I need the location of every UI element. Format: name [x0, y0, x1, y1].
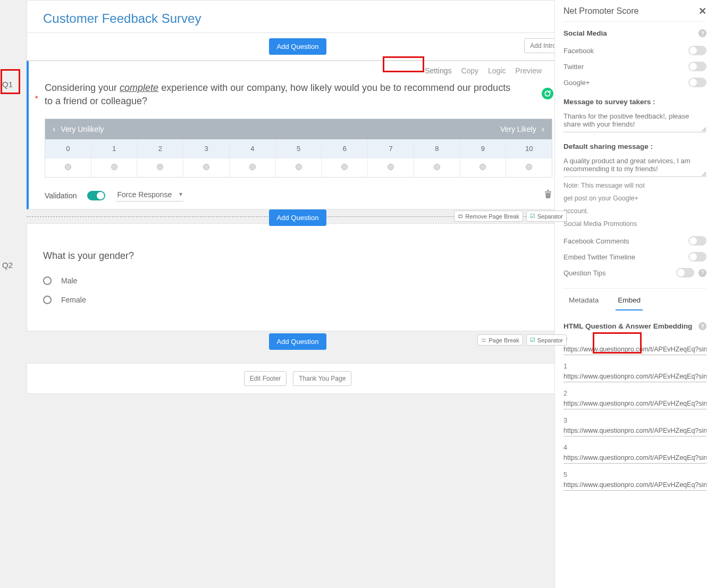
embed-label-1: 1	[563, 363, 706, 370]
msg-takers-input[interactable]	[563, 111, 706, 132]
remove-page-break-label: Remove Page Break	[465, 213, 519, 220]
q1-text-em: complete	[120, 82, 158, 93]
remove-page-break-button[interactable]: Remove Page Break	[454, 211, 523, 222]
gender-option-label: Male	[61, 276, 77, 285]
social-twitter-toggle[interactable]	[688, 62, 706, 71]
default-msg-heading: Default sharing message :	[563, 142, 653, 150]
question-tips-toggle[interactable]	[676, 268, 694, 278]
settings-panel: Net Promoter Score ✕ Social Media ? Face…	[554, 0, 715, 588]
embed-label-4: 4	[563, 444, 706, 451]
separator-toggle[interactable]: ☑ Separator	[526, 211, 567, 222]
embed-label-3: 3	[563, 417, 706, 424]
radio-icon	[43, 296, 52, 304]
nps-number-3: 3	[183, 139, 230, 158]
nps-number-7: 7	[368, 139, 414, 158]
validation-label: Validation	[45, 191, 77, 200]
nps-number-10: 10	[506, 139, 552, 158]
fb-comments-toggle[interactable]	[688, 236, 706, 246]
grammarly-icon[interactable]	[542, 88, 553, 99]
question-text[interactable]: Considering your complete experience wit…	[45, 81, 552, 108]
thank-you-page-button[interactable]: Thank You Page	[293, 371, 351, 386]
help-icon-3[interactable]: ?	[699, 322, 706, 330]
survey-title[interactable]: Customer Feedback Survey	[27, 0, 569, 33]
embed-url-2[interactable]	[563, 398, 706, 409]
copy-link[interactable]: Copy	[461, 66, 478, 75]
nps-radio-2[interactable]	[137, 158, 183, 177]
social-facebook-toggle[interactable]	[688, 46, 706, 55]
nps-number-5: 5	[276, 139, 322, 158]
radio-icon	[43, 276, 52, 285]
tab-metadata[interactable]: Metadata	[567, 292, 601, 310]
validation-toggle[interactable]	[87, 191, 105, 200]
edit-footer-button[interactable]: Edit Footer	[244, 371, 287, 386]
embed-label-0: 0	[563, 335, 706, 343]
footer-bar: Edit Footer Thank You Page	[27, 363, 569, 394]
main-area: Q1 Q2 Customer Feedback Survey Add Quest…	[0, 0, 569, 588]
nps-radio-9[interactable]	[460, 158, 507, 177]
nps-number-6: 6	[322, 139, 368, 158]
add-question-button-3[interactable]: Add Question	[269, 333, 327, 350]
default-msg-input[interactable]	[563, 156, 706, 177]
embed-url-3[interactable]	[563, 425, 706, 436]
google-note-3: account.	[563, 207, 706, 215]
nps-radio-8[interactable]	[414, 158, 460, 177]
nps-radio-3[interactable]	[183, 158, 230, 177]
required-star: *	[35, 94, 38, 103]
q2-text[interactable]: What is your gender?	[27, 224, 568, 267]
nps-number-2: 2	[137, 139, 183, 158]
nps-number-4: 4	[230, 139, 276, 158]
logic-link[interactable]: Logic	[488, 66, 506, 75]
nps-radio-10[interactable]	[506, 158, 552, 177]
embed-label-2: 2	[563, 390, 706, 397]
page-break-button[interactable]: Page Break	[477, 334, 523, 346]
nps-radio-4[interactable]	[230, 158, 276, 177]
nps-radio-7[interactable]	[368, 158, 414, 177]
scale-label-left: Very Unlikely	[55, 125, 298, 133]
embed-url-0[interactable]	[563, 344, 706, 355]
gender-option[interactable]: Male	[43, 271, 552, 290]
nps-number-9: 9	[460, 139, 507, 158]
promo-heading: Social Media Promotions	[563, 220, 706, 228]
add-row-2: Add Question Page Break ☑ Separator	[27, 331, 569, 350]
social-google+-toggle[interactable]	[688, 78, 706, 87]
nps-number-8: 8	[414, 139, 460, 158]
twitter-timeline-toggle[interactable]	[688, 252, 706, 262]
tab-embed[interactable]: Embed	[616, 292, 643, 310]
add-question-button[interactable]: Add Question	[269, 38, 327, 55]
fb-comments-label: Facebook Comments	[563, 237, 629, 245]
preview-link[interactable]: Preview	[515, 66, 542, 75]
force-response-dropdown[interactable]: Force Response	[116, 189, 183, 201]
settings-link[interactable]: Settings	[425, 66, 452, 75]
nps-radio-0[interactable]	[45, 158, 91, 177]
embed-url-1[interactable]	[563, 371, 706, 382]
question-label-q1: Q1	[2, 80, 13, 89]
help-icon[interactable]: ?	[699, 29, 706, 37]
gender-option-label: Female	[61, 296, 86, 304]
embed-url-5[interactable]	[563, 480, 706, 491]
embed-url-4[interactable]	[563, 452, 706, 464]
social-google+-label: Google+	[563, 79, 590, 87]
google-note-1: Note: This message will not	[563, 182, 706, 189]
social-facebook-label: Facebook	[563, 47, 594, 55]
question-1[interactable]: Settings Copy Logic Preview ⋮ * Consider…	[27, 61, 569, 209]
gender-option[interactable]: Female	[43, 290, 552, 309]
question-label-q2: Q2	[2, 261, 13, 270]
panel-title: Net Promoter Score	[563, 6, 638, 16]
chevron-right-icon[interactable]: ›	[542, 124, 544, 134]
nps-radio-1[interactable]	[91, 158, 138, 177]
question-2[interactable]: What is your gender? MaleFemale	[27, 223, 569, 331]
nps-radio-5[interactable]	[276, 158, 322, 177]
help-icon-2[interactable]: ?	[699, 269, 706, 277]
delete-icon[interactable]	[544, 189, 552, 200]
separator-label-2: Separator	[537, 337, 563, 343]
q2-options: MaleFemale	[27, 267, 568, 331]
nps-radio-6[interactable]	[322, 158, 368, 177]
social-media-heading: Social Media	[563, 29, 607, 37]
separator-label: Separator	[537, 213, 563, 220]
close-icon[interactable]: ✕	[699, 5, 706, 17]
embed-heading: HTML Question & Answer Embedding	[563, 322, 692, 330]
add-question-button-2[interactable]: Add Question	[269, 209, 327, 226]
page-break-label: Page Break	[489, 337, 519, 343]
scale-label-right: Very Likely	[299, 125, 542, 133]
separator-toggle-2[interactable]: ☑ Separator	[526, 334, 567, 346]
